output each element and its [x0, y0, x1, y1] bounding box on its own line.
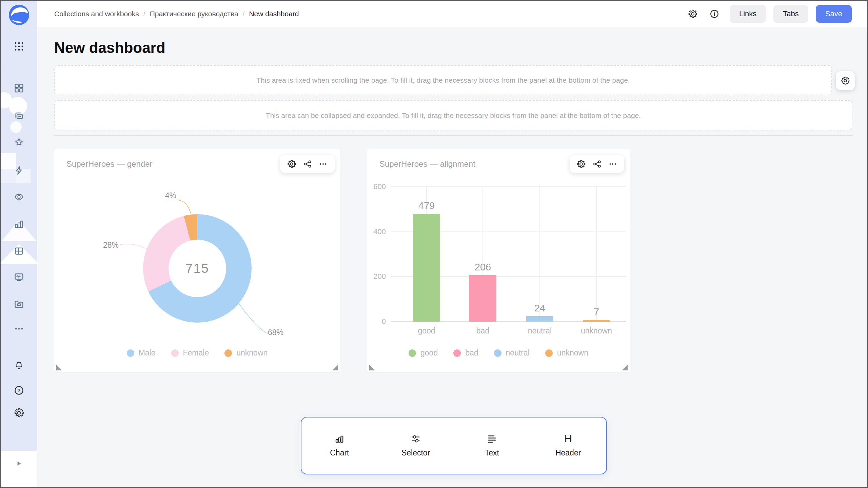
sidebar-item-storage-icon[interactable]: [14, 299, 24, 310]
apps-grid-icon[interactable]: [13, 41, 25, 52]
sidebar-footer: [1, 451, 37, 487]
pie-legend: MaleFemaleunknown: [54, 348, 340, 358]
donut-total-value: 715: [185, 261, 209, 276]
fixed-area-settings-button[interactable]: [836, 71, 855, 90]
legend-dot: [453, 349, 461, 357]
legend-dot: [127, 349, 134, 357]
legend-item[interactable]: unknown: [224, 348, 268, 358]
legend-label: unknown: [557, 348, 588, 358]
notifications-bell-icon[interactable]: [14, 360, 24, 371]
bar-neutral[interactable]: [526, 316, 553, 322]
add-text-button[interactable]: Text: [454, 434, 530, 458]
settings-gear-icon[interactable]: [14, 407, 24, 418]
y-axis-tick-label: 600: [369, 182, 386, 191]
breadcrumb-collections[interactable]: Collections and workbooks: [54, 10, 139, 18]
legend-label: bad: [465, 348, 478, 358]
add-selector-label: Selector: [401, 448, 430, 458]
legend-label: Female: [183, 348, 209, 358]
chart-links-icon[interactable]: [303, 159, 312, 169]
chart-title: SuperHeroes — alignment: [379, 159, 475, 169]
fixed-area-hint: This area is fixed when scrolling the pa…: [256, 76, 630, 84]
sidebar-item-charts-icon[interactable]: [14, 219, 24, 229]
chart-more-icon[interactable]: [608, 159, 617, 169]
sidebar-item-more-icon[interactable]: [14, 323, 24, 334]
legend-item[interactable]: neutral: [494, 348, 530, 358]
datalens-logo[interactable]: [8, 4, 30, 26]
chart-title: SuperHeroes — gender: [66, 159, 152, 169]
y-axis-tick-label: 400: [369, 227, 386, 236]
add-header-label: Header: [555, 448, 581, 458]
chart-links-icon[interactable]: [592, 159, 602, 169]
sidebar-item-monitoring-icon[interactable]: [14, 272, 24, 283]
legend-item[interactable]: Male: [127, 348, 156, 358]
page-title: New dashboard: [54, 39, 165, 56]
chart-more-icon[interactable]: [318, 159, 328, 169]
breadcrumb: Collections and workbooks / Практические…: [54, 10, 299, 18]
chart-card-gender: SuperHeroes — gender: [54, 149, 340, 372]
x-axis-category-label: good: [399, 326, 454, 336]
resize-handle-right[interactable]: [332, 365, 338, 370]
gridline: [539, 187, 540, 322]
legend-dot: [224, 349, 232, 357]
text-icon: [487, 434, 497, 444]
x-axis-category-label: neutral: [513, 326, 567, 336]
chart-actions-toolbar: [280, 155, 335, 173]
legend-label: unknown: [236, 348, 268, 358]
breadcrumb-workbook[interactable]: Практические руководства: [150, 10, 238, 18]
svg-text:?: ?: [17, 387, 20, 393]
legend-dot: [171, 349, 179, 357]
bar-good[interactable]: [413, 214, 440, 322]
bar-bad[interactable]: [469, 275, 496, 322]
legend-item[interactable]: unknown: [545, 348, 588, 358]
bar-value-label: 479: [406, 200, 447, 211]
chart-settings-gear-icon[interactable]: [287, 159, 296, 169]
expand-sidebar-icon[interactable]: [15, 459, 23, 468]
pie-percent-female: 28%: [92, 241, 119, 250]
chart-actions-toolbar: [570, 155, 624, 173]
legend-item[interactable]: Female: [171, 348, 209, 358]
add-chart-button[interactable]: Chart: [301, 434, 378, 458]
y-axis-tick-label: 0: [369, 317, 386, 326]
sidebar-item-tables-icon[interactable]: [14, 246, 24, 257]
sidebar-item-datasets-icon[interactable]: [14, 191, 24, 202]
legend-dot: [545, 349, 553, 357]
links-button[interactable]: Links: [730, 5, 766, 23]
collapsible-drop-area[interactable]: This area can be collapsed and expanded.…: [54, 100, 852, 130]
tabs-button[interactable]: Tabs: [773, 5, 808, 23]
resize-handle-left[interactable]: [369, 365, 375, 370]
bar-unknown[interactable]: [583, 320, 610, 322]
legend-item[interactable]: good: [409, 348, 438, 358]
fixed-drop-area[interactable]: This area is fixed when scrolling the pa…: [54, 65, 832, 95]
legend-label: Male: [139, 348, 156, 358]
add-header-button[interactable]: H Header: [530, 434, 606, 458]
resize-handle-left[interactable]: [56, 365, 62, 370]
donut-chart: 715: [143, 214, 252, 323]
chart-card-alignment: SuperHeroes — alignment: [367, 149, 630, 372]
add-chart-label: Chart: [330, 448, 349, 458]
selector-icon: [411, 434, 421, 444]
dashboard-settings-gear-icon[interactable]: [686, 7, 699, 20]
header-icon: H: [564, 434, 572, 444]
topbar: Collections and workbooks / Практические…: [37, 1, 867, 27]
resize-handle-right[interactable]: [622, 365, 628, 370]
decor-circle: [10, 121, 22, 133]
bar-plot: 0200400600479good206bad24neutral7unknown: [391, 187, 626, 322]
collapsible-area-hint: This area can be collapsed and expanded.…: [266, 111, 641, 120]
breadcrumb-current: New dashboard: [249, 10, 299, 18]
sidebar-item-widgets-icon[interactable]: [14, 83, 24, 94]
help-icon[interactable]: ?: [14, 385, 24, 396]
sidebar-item-connections-icon[interactable]: [14, 165, 24, 176]
legend-item[interactable]: bad: [453, 348, 478, 358]
gridline: [596, 187, 597, 322]
x-axis-category-label: bad: [456, 326, 510, 336]
sidebar-item-collections-icon[interactable]: [14, 110, 24, 121]
add-selector-button[interactable]: Selector: [378, 434, 454, 458]
chart-settings-gear-icon[interactable]: [576, 159, 586, 169]
legend-label: good: [420, 348, 438, 358]
sidebar-item-favorites-icon[interactable]: [14, 137, 24, 148]
save-button[interactable]: Save: [816, 5, 852, 23]
info-icon[interactable]: [708, 7, 721, 20]
dashboard-canvas: New dashboard This area is fixed when sc…: [37, 27, 867, 487]
sidebar: ?: [1, 1, 37, 487]
app-window: ? Collections and workbooks / Практическ…: [0, 0, 868, 488]
